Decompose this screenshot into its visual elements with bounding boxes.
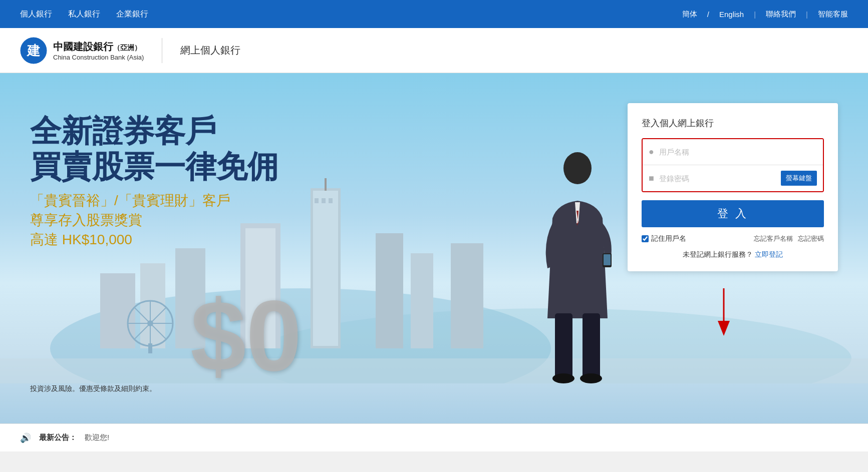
page-header: 建 中國建設銀行（亞洲） China Construction Bank (As… xyxy=(0,28,868,73)
logo-area: 建 中國建設銀行（亞洲） China Construction Bank (As… xyxy=(20,37,144,64)
hero-section: 全新證券客戶 買賣股票一律免佣 「貴賓晉裕」/「貴賓理財」客戶 尊享存入股票獎賞… xyxy=(0,73,868,423)
svg-rect-5 xyxy=(313,191,338,346)
nav-english[interactable]: English xyxy=(719,10,744,19)
user-icon: ● xyxy=(649,147,654,157)
person-figure xyxy=(537,143,618,383)
svg-rect-15 xyxy=(376,233,403,348)
nav-contact[interactable]: 聯絡我們 xyxy=(766,10,796,19)
svg-point-26 xyxy=(563,152,592,184)
dollar-decoration: $0 xyxy=(190,278,302,393)
nav-simplified[interactable]: 簡体 xyxy=(682,10,697,19)
svg-rect-28 xyxy=(583,313,600,378)
nav-divider-1: | xyxy=(754,10,756,19)
password-row: ■ 螢幕鍵盤 xyxy=(643,165,823,191)
announcement-icon: 🔊 xyxy=(20,432,31,443)
svg-rect-6 xyxy=(315,198,319,203)
svg-rect-14 xyxy=(100,273,135,348)
login-button[interactable]: 登 入 xyxy=(642,200,824,227)
svg-point-30 xyxy=(580,373,602,383)
logo-text: 中國建設銀行（亞洲） China Construction Bank (Asia… xyxy=(53,40,144,61)
remember-me-label[interactable]: 記住用戶名 xyxy=(642,234,686,243)
bank-name-en: China Construction Bank (Asia) xyxy=(53,54,144,61)
bank-name-zh: 中國建設銀行（亞洲） xyxy=(53,40,144,54)
svg-rect-13 xyxy=(140,263,165,348)
promo-line-4: 尊享存入股票獎賞 xyxy=(30,210,278,230)
nav-slash: / xyxy=(707,10,709,19)
forget-links: 忘記客戶名稱 忘記密碼 xyxy=(754,234,824,243)
nav-smart-service[interactable]: 智能客服 xyxy=(818,10,848,19)
svg-text:建: 建 xyxy=(26,43,40,58)
promo-line-1: 全新證券客戶 xyxy=(30,113,278,149)
forget-username-link[interactable]: 忘記客戶名稱 xyxy=(754,234,793,243)
announcement-text: 歡迎您! xyxy=(85,433,109,442)
nav-links-right: 簡体 / English | 聯絡我們 | 智能客服 xyxy=(682,10,848,19)
keyboard-button[interactable]: 螢幕鍵盤 xyxy=(781,171,817,186)
forget-password-link[interactable]: 忘記密碼 xyxy=(798,234,824,243)
nav-private-banking[interactable]: 私人銀行 xyxy=(68,7,100,22)
register-link[interactable]: 立即登記 xyxy=(755,250,783,258)
ccb-logo-icon: 建 xyxy=(20,37,47,64)
login-panel: 登入個人網上銀行 ● ■ 螢幕鍵盤 登 入 記住用戶名 忘記客戶名稱 忘記密碼 xyxy=(628,103,838,271)
arrow-annotation xyxy=(714,288,734,340)
login-title: 登入個人網上銀行 xyxy=(642,117,824,129)
nav-corporate-banking[interactable]: 企業銀行 xyxy=(116,7,148,22)
nav-divider-2: | xyxy=(806,10,808,19)
svg-rect-9 xyxy=(325,178,327,191)
svg-rect-17 xyxy=(451,243,483,348)
remember-checkbox[interactable] xyxy=(642,235,649,242)
header-service-name: 網上個人銀行 xyxy=(180,44,240,57)
svg-rect-25 xyxy=(0,358,868,383)
promo-line-5: 高達 HK$10,000 xyxy=(30,230,278,249)
svg-rect-24 xyxy=(148,343,152,353)
svg-marker-36 xyxy=(718,321,730,336)
login-form-area: ● ■ 螢幕鍵盤 xyxy=(642,138,824,192)
register-area: 未登記網上銀行服務？ 立即登記 xyxy=(642,250,824,259)
svg-rect-7 xyxy=(322,198,326,203)
disclaimer-text: 投資涉及風險。優惠受條款及細則約束。 xyxy=(30,384,156,393)
header-divider xyxy=(162,38,162,63)
username-row: ● xyxy=(643,139,823,165)
promo-line-2: 買賣股票一律免佣 xyxy=(30,149,278,184)
register-text: 未登記網上銀行服務？ xyxy=(683,250,753,258)
nav-personal-banking[interactable]: 個人銀行 xyxy=(20,7,52,22)
nav-links-left: 個人銀行 私人銀行 企業銀行 xyxy=(20,7,148,22)
remember-label-text: 記住用戶名 xyxy=(651,234,686,243)
login-options: 記住用戶名 忘記客戶名稱 忘記密碼 xyxy=(642,234,824,243)
promo-text-area: 全新證券客戶 買賣股票一律免佣 「貴賓晉裕」/「貴賓理財」客戶 尊享存入股票獎賞… xyxy=(30,113,278,249)
red-arrow-svg xyxy=(714,288,734,338)
announcement-bar: 🔊 最新公告： 歡迎您! xyxy=(0,423,868,451)
svg-rect-16 xyxy=(411,253,433,348)
top-nav: 個人銀行 私人銀行 企業銀行 簡体 / English | 聯絡我們 | 智能客… xyxy=(0,0,868,28)
svg-rect-8 xyxy=(329,198,333,203)
svg-rect-32 xyxy=(604,254,611,265)
lock-icon: ■ xyxy=(649,173,654,184)
svg-point-29 xyxy=(552,373,574,383)
promo-line-3: 「貴賓晉裕」/「貴賓理財」客戶 xyxy=(30,191,278,210)
svg-rect-27 xyxy=(555,313,572,378)
announcement-label: 最新公告： xyxy=(39,433,77,442)
password-input[interactable] xyxy=(659,174,781,183)
username-input[interactable] xyxy=(659,148,817,156)
